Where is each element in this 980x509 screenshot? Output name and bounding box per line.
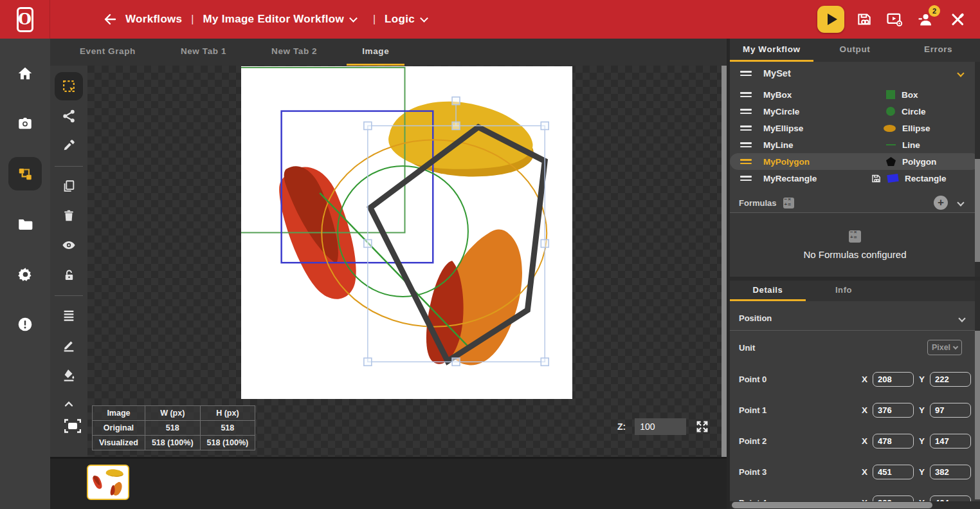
panel-horizontal-scrollbar[interactable] (730, 501, 980, 509)
app-logo[interactable]: O (0, 0, 50, 39)
canvas-toolbar (50, 66, 87, 457)
empty-formulas-message: No Formulas configured (803, 249, 906, 260)
logic-menu[interactable]: Logic (385, 13, 415, 26)
table-row: Original 518 518 (93, 421, 255, 436)
drag-handle-icon[interactable] (740, 176, 752, 181)
line-weight-tool[interactable] (55, 301, 83, 329)
size-table-header: W (px) (145, 406, 200, 421)
workflow-title[interactable]: My Image Editor Workflow (203, 13, 344, 26)
visibility-tool[interactable] (55, 231, 83, 259)
save-link-icon[interactable] (856, 11, 873, 28)
tab-my-workflow[interactable]: My Workflow (730, 39, 813, 62)
node-link-tool[interactable] (55, 102, 83, 130)
render-settings-icon[interactable] (885, 10, 903, 28)
tree-item-myline[interactable]: MyLine Line (730, 136, 980, 153)
sidebar-item-settings[interactable] (8, 257, 42, 291)
drag-handle-icon[interactable] (740, 159, 752, 164)
size-table-header: H (px) (200, 406, 255, 421)
image-thumbnail[interactable] (87, 465, 129, 500)
stroke-color-tool[interactable] (55, 331, 83, 359)
select-tool[interactable] (55, 72, 83, 100)
sidebar-item-files[interactable] (8, 207, 42, 241)
drag-handle-icon[interactable] (740, 92, 752, 97)
users-icon[interactable]: 2 (916, 11, 934, 28)
formulas-header: Formulas + (730, 193, 980, 212)
canvas-viewport[interactable] (87, 66, 721, 457)
point-row-3: Point 3 X Y (730, 461, 980, 482)
zoom-input[interactable] (635, 418, 686, 435)
point-2-y-input[interactable] (930, 434, 971, 449)
breadcrumb-workflows[interactable]: Workflows (125, 13, 182, 26)
point-1-y-input[interactable] (930, 403, 971, 418)
set-header[interactable]: MySet (730, 64, 980, 82)
fill-color-tool[interactable] (55, 360, 83, 389)
tab-errors[interactable]: Errors (896, 39, 980, 62)
tab-new-tab-1[interactable]: New Tab 1 (165, 39, 242, 66)
app-sidebar (0, 39, 50, 509)
panel-scrollbar-lower[interactable] (975, 281, 980, 499)
image-canvas[interactable] (241, 66, 572, 399)
point-3-y-input[interactable] (930, 465, 971, 479)
size-table-header: Image (93, 406, 145, 421)
fit-to-screen-button[interactable] (64, 418, 81, 434)
point-3-x-input[interactable] (873, 465, 914, 479)
panel-tab-bar: My Workflow Output Errors (730, 39, 980, 62)
tree-item-mycircle[interactable]: MyCircle Circle (730, 103, 980, 120)
drag-handle-icon[interactable] (740, 71, 752, 76)
sidebar-item-home[interactable] (8, 57, 42, 90)
sidebar-item-alerts[interactable] (8, 308, 42, 341)
eyedropper-tool[interactable] (55, 131, 83, 160)
point-2-x-input[interactable] (873, 434, 914, 449)
workflow-title-chevron-icon[interactable] (349, 14, 358, 23)
menu-icon[interactable] (68, 14, 82, 25)
formulas-empty-state: No Formulas configured (730, 212, 980, 277)
position-section-header[interactable]: Position (730, 306, 980, 331)
line-shape-icon (886, 144, 896, 146)
tab-info[interactable]: Info (806, 281, 882, 301)
calculator-icon (783, 198, 794, 208)
add-formula-button[interactable]: + (934, 196, 948, 210)
tab-image[interactable]: Image (347, 39, 404, 66)
tab-output[interactable]: Output (813, 39, 897, 62)
sidebar-item-camera[interactable] (8, 107, 42, 140)
copy-tool[interactable] (55, 172, 83, 200)
camera-icon (17, 115, 33, 132)
point-1-x-input[interactable] (873, 403, 914, 418)
tree-item-myellipse[interactable]: MyEllipse Ellipse (730, 120, 980, 136)
logic-menu-chevron-icon[interactable] (420, 14, 428, 23)
tree-item-mybox[interactable]: MyBox Box (730, 86, 980, 103)
back-arrow-icon[interactable] (102, 12, 118, 27)
tab-details[interactable]: Details (730, 281, 806, 301)
position-chevron-icon[interactable] (958, 315, 965, 322)
collapse-toolbar[interactable] (55, 390, 83, 418)
tree-item-myrectangle[interactable]: MyRectangle Rectangle (730, 170, 980, 187)
sidebar-item-workflows[interactable] (8, 157, 42, 190)
cross-tools-icon[interactable] (949, 11, 966, 28)
toolbar-divider-2 (55, 295, 83, 296)
chevron-down-icon[interactable] (957, 69, 964, 77)
eyedropper-icon (62, 138, 76, 153)
box-shape-icon (886, 90, 895, 99)
zoom-label: Z: (617, 421, 626, 432)
delete-tool[interactable] (55, 201, 83, 230)
tab-new-tab-2[interactable]: New Tab 2 (256, 39, 332, 66)
play-button[interactable] (817, 6, 844, 33)
lock-tool[interactable] (55, 261, 83, 289)
tree-item-mypolygon[interactable]: MyPolygon Polygon (730, 153, 980, 170)
workflow-tree: MyBox Box MyCircle Circle MyEllipse Elli… (730, 86, 980, 187)
collapse-icon (62, 398, 75, 411)
point-row-1: Point 1 X Y (730, 400, 980, 420)
drag-handle-icon[interactable] (740, 142, 752, 147)
drag-handle-icon[interactable] (740, 109, 752, 114)
polygon-shape-icon (886, 157, 896, 166)
expand-icon[interactable] (695, 420, 709, 434)
tab-event-graph[interactable]: Event Graph (64, 39, 151, 66)
point-0-x-input[interactable] (873, 372, 914, 387)
formulas-chevron-icon[interactable] (957, 199, 964, 206)
point-0-y-input[interactable] (930, 372, 971, 387)
play-icon (828, 14, 837, 25)
drag-handle-icon[interactable] (740, 125, 752, 131)
point-row-0: Point 0 X Y (730, 369, 980, 389)
unit-select[interactable]: Pixel (927, 340, 962, 355)
panel-scrollbar-upper[interactable] (975, 62, 980, 277)
